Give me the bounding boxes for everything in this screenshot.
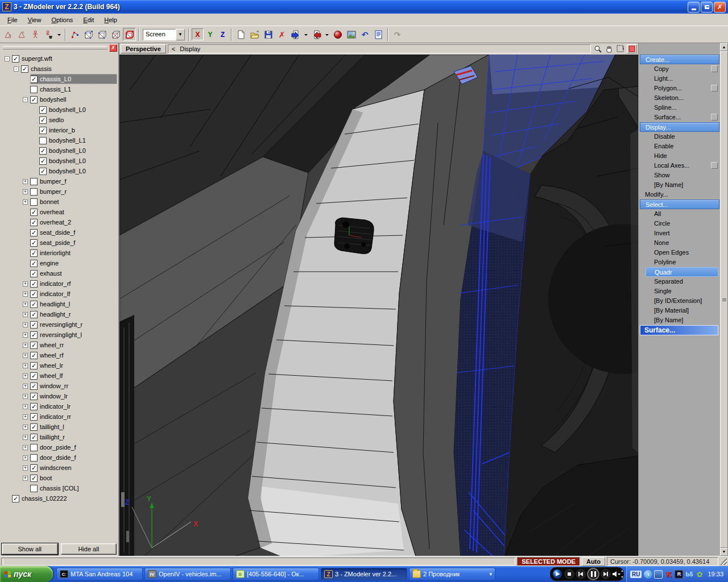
- expander-plus-icon[interactable]: +: [23, 404, 28, 409]
- expander-minus-icon[interactable]: -: [5, 56, 10, 61]
- visibility-checkbox[interactable]: ✓: [30, 475, 38, 482]
- panel-item-local-axes[interactable]: Local Axes...: [640, 161, 719, 171]
- panel-item-by-material[interactable]: [By Material]: [640, 306, 719, 315]
- texture-browser-button[interactable]: [345, 28, 358, 41]
- restore-button[interactable]: [701, 2, 713, 13]
- icq-icon[interactable]: ✿: [695, 570, 704, 579]
- edges-mode-button[interactable]: [82, 28, 95, 41]
- visibility-checkbox[interactable]: [30, 188, 38, 196]
- panel-item-spline[interactable]: Spline...: [640, 103, 719, 113]
- tree-item-wheel-lf[interactable]: +✓wheel_lf: [0, 371, 118, 381]
- panel-grip[interactable]: [3, 46, 107, 49]
- tree-item-bodyshell-l0[interactable]: ✓bodyshell_L0: [0, 166, 118, 176]
- expander-plus-icon[interactable]: +: [23, 353, 28, 358]
- pan-hand-icon[interactable]: [604, 44, 614, 53]
- language-indicator[interactable]: RU: [630, 571, 642, 578]
- tree-item-interior-b[interactable]: ✓interior_b: [0, 125, 118, 135]
- faces-mode-button[interactable]: [96, 28, 109, 41]
- media-player-toolbar[interactable]: [550, 567, 624, 581]
- polygons-mode-button[interactable]: [109, 28, 122, 41]
- import-dropdown-arrow[interactable]: [303, 28, 309, 41]
- viewport-breadcrumb[interactable]: < Display: [168, 44, 591, 53]
- export-dropdown-arrow[interactable]: [324, 28, 330, 41]
- tree-item-door-pside-f[interactable]: +door_pside_f: [0, 442, 118, 452]
- visibility-checkbox[interactable]: ✓: [30, 76, 38, 83]
- tree-item-headlight-r[interactable]: +✓headlight_r: [0, 309, 118, 319]
- expander-plus-icon[interactable]: +: [23, 363, 28, 368]
- clock[interactable]: 19:33: [708, 571, 723, 577]
- visibility-checkbox[interactable]: ✓: [30, 280, 38, 288]
- panel-option-checkbox[interactable]: [711, 114, 718, 120]
- viewport-tab-perspective[interactable]: Perspective: [121, 44, 166, 53]
- panel-item-surface[interactable]: Surface...: [640, 113, 719, 122]
- breadcrumb-back-icon[interactable]: <: [172, 45, 175, 52]
- material-editor-button[interactable]: [331, 28, 344, 41]
- visibility-checkbox[interactable]: ✓: [30, 219, 38, 226]
- task-button-openiv-vehicles-im[interactable]: IVOpenIV - vehicles.im...: [144, 568, 231, 580]
- visibility-checkbox[interactable]: ✓: [30, 209, 38, 216]
- tree-item-chassis-l02222[interactable]: ✓chassis_L02222: [0, 493, 118, 504]
- tree-item-reversinglight-r[interactable]: +✓reversinglight_r: [0, 319, 118, 330]
- panel-item-light[interactable]: Light...: [640, 74, 719, 84]
- skeleton-figure-button[interactable]: [28, 28, 42, 41]
- panel-option-checkbox[interactable]: [711, 162, 718, 169]
- task-button-405-556-640[interactable]: ≡[405-556-640] - Ок...: [233, 568, 319, 580]
- visibility-checkbox[interactable]: ✓: [30, 290, 38, 298]
- combo-dropdown-icon[interactable]: ▼: [176, 29, 185, 40]
- visibility-checkbox[interactable]: ✓: [21, 65, 28, 73]
- expander-plus-icon[interactable]: +: [23, 394, 28, 399]
- tree-item-indicator-rr[interactable]: +✓indicator_rr: [0, 411, 118, 422]
- panel-option-checkbox[interactable]: [711, 85, 718, 92]
- radmin-icon[interactable]: R: [675, 570, 683, 579]
- panel-close-icon[interactable]: ✗: [109, 44, 117, 52]
- panel-item-quadr[interactable]: Quadr: [646, 267, 718, 277]
- visibility-checkbox[interactable]: [30, 454, 38, 462]
- expander-plus-icon[interactable]: +: [23, 414, 28, 419]
- maximize-viewport-icon[interactable]: [627, 44, 637, 53]
- open-file-button[interactable]: [248, 28, 261, 41]
- screen-combo-value[interactable]: Screen: [143, 29, 176, 40]
- visibility-checkbox[interactable]: ✓: [30, 342, 38, 349]
- tree-item-window-rr[interactable]: +✓window_rr: [0, 381, 118, 391]
- panel-item-open-edges[interactable]: Open Edges: [640, 248, 719, 257]
- panel-header-select[interactable]: Select...: [640, 199, 719, 209]
- visibility-checkbox[interactable]: ✓: [30, 352, 38, 359]
- visibility-checkbox[interactable]: ✓: [30, 250, 38, 257]
- visibility-checkbox[interactable]: ✓: [30, 362, 38, 369]
- scroll-down-icon[interactable]: ▼: [720, 548, 728, 556]
- tree-item-bodyshell-l0[interactable]: ✓bodyshell_L0: [0, 105, 118, 115]
- visibility-checkbox[interactable]: ✓: [39, 117, 47, 124]
- axis-z-button[interactable]: Z: [217, 28, 229, 40]
- tree-item-bodyshell[interactable]: -✓bodyshell: [0, 94, 118, 105]
- tree-item-indicator-rf[interactable]: +✓indicator_rf: [0, 278, 118, 289]
- zoom-tool-icon[interactable]: [593, 44, 603, 53]
- tree-item-supergt-wft[interactable]: -✓supergt.wft: [0, 53, 118, 64]
- panel-footer-surface[interactable]: Surface...: [640, 325, 718, 335]
- visibility-checkbox[interactable]: [30, 178, 38, 185]
- visibility-checkbox[interactable]: ✓: [30, 434, 38, 441]
- visibility-checkbox[interactable]: ✓: [30, 331, 38, 339]
- tree-item-wheel-rf[interactable]: +✓wheel_rf: [0, 350, 118, 360]
- tree-item-taillight-l[interactable]: +✓taillight_l: [0, 422, 118, 432]
- expander-plus-icon[interactable]: +: [23, 281, 28, 286]
- visibility-checkbox[interactable]: ✓: [30, 403, 38, 410]
- tree-item-chassis-col[interactable]: chassis [COL]: [0, 483, 118, 493]
- expander-plus-icon[interactable]: +: [23, 465, 28, 471]
- expander-plus-icon[interactable]: +: [23, 435, 28, 440]
- expander-plus-icon[interactable]: +: [23, 445, 28, 450]
- tree-item-headlight-l[interactable]: +✓headlight_l: [0, 299, 118, 309]
- tree-item-seat-dside-f[interactable]: ✓seat_dside_f: [0, 227, 118, 238]
- expander-plus-icon[interactable]: +: [23, 189, 28, 194]
- panel-item-all[interactable]: All: [640, 209, 719, 219]
- tree-item-chassis[interactable]: -✓chassis: [0, 64, 118, 74]
- menu-item-help[interactable]: Help: [99, 15, 122, 24]
- visibility-checkbox[interactable]: [30, 444, 38, 451]
- panel-item-skeleton[interactable]: Skeleton...: [640, 93, 719, 103]
- panel-item-by-name[interactable]: [By Name]: [640, 180, 719, 190]
- vertices-mode-button[interactable]: [68, 28, 81, 41]
- show-all-button[interactable]: Show all: [2, 543, 58, 555]
- menu-item-options[interactable]: Options: [46, 15, 78, 24]
- expander-plus-icon[interactable]: +: [23, 373, 28, 379]
- task-button-2[interactable]: 2 Проводник▾: [409, 568, 495, 580]
- tree-item-reversinglight-l[interactable]: +✓reversinglight_l: [0, 330, 118, 340]
